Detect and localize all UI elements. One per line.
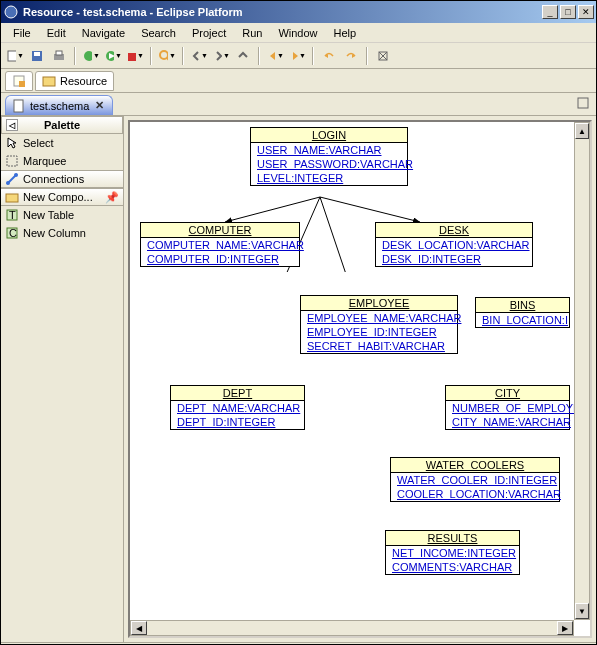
menu-search[interactable]: Search: [133, 25, 184, 41]
table-watercoolers[interactable]: WATER_COOLERS WATER_COOLER_ID:INTEGER CO…: [390, 457, 560, 502]
menu-window[interactable]: Window: [270, 25, 325, 41]
toolbar-separator: [74, 47, 76, 65]
palette-title: Palette: [44, 119, 80, 131]
maximize-editor-icon[interactable]: [576, 96, 590, 110]
table-column[interactable]: EMPLOYEE_NAME:VARCHAR: [301, 311, 457, 325]
print-icon[interactable]: [49, 46, 69, 66]
collapse-palette-icon[interactable]: ◁: [6, 119, 18, 131]
scroll-right-icon[interactable]: ▶: [557, 621, 573, 635]
table-column[interactable]: SECRET_HABIT:VARCHAR: [301, 339, 457, 353]
table-column[interactable]: COMPUTER_NAME:VARCHAR: [141, 238, 299, 252]
palette-select-tool[interactable]: Select: [1, 134, 123, 152]
table-column[interactable]: DEPT_ID:INTEGER: [171, 415, 304, 429]
svg-rect-19: [43, 77, 55, 86]
menu-help[interactable]: Help: [326, 25, 365, 41]
svg-point-25: [14, 173, 18, 177]
palette-marquee-tool[interactable]: Marquee: [1, 152, 123, 170]
table-header: BINS: [476, 298, 569, 313]
svg-rect-9: [128, 53, 136, 61]
table-column[interactable]: USER_PASSWORD:VARCHAR: [251, 157, 407, 171]
table-column[interactable]: DESK_ID:INTEGER: [376, 252, 532, 266]
pin-icon[interactable]: [373, 46, 393, 66]
palette-newcompo-section[interactable]: New Compo... 📌: [1, 188, 123, 206]
table-header: RESULTS: [386, 531, 519, 546]
table-column[interactable]: COMMENTS:VARCHAR: [386, 560, 519, 574]
save-icon[interactable]: [27, 46, 47, 66]
horizontal-scrollbar[interactable]: ◀ ▶: [130, 620, 574, 636]
close-tab-icon[interactable]: ✕: [95, 99, 104, 112]
table-city[interactable]: CITY NUMBER_OF_EMPLOYE CITY_NAME:VARCHAR: [445, 385, 570, 430]
menu-project[interactable]: Project: [184, 25, 234, 41]
run-icon[interactable]: ▼: [103, 46, 123, 66]
toolbar-separator: [366, 47, 368, 65]
schema-canvas[interactable]: LOGIN USER_NAME:VARCHAR USER_PASSWORD:VA…: [128, 120, 592, 638]
marquee-icon: [5, 154, 19, 168]
palette-newcolumn-tool[interactable]: C New Column: [1, 224, 123, 242]
table-desk[interactable]: DESK DESK_LOCATION:VARCHAR DESK_ID:INTEG…: [375, 222, 533, 267]
vertical-scrollbar[interactable]: ▲ ▼: [574, 122, 590, 620]
menu-file[interactable]: File: [5, 25, 39, 41]
perspective-bar: Resource: [1, 69, 596, 93]
menu-run[interactable]: Run: [234, 25, 270, 41]
pin-icon[interactable]: 📌: [105, 191, 119, 204]
minimize-button[interactable]: _: [542, 5, 558, 19]
table-header: WATER_COOLERS: [391, 458, 559, 473]
external-icon[interactable]: ▼: [125, 46, 145, 66]
nav-up-icon[interactable]: [233, 46, 253, 66]
table-column[interactable]: CITY_NAME:VARCHAR: [446, 415, 569, 429]
perspective-resource[interactable]: Resource: [35, 71, 114, 91]
file-icon: [12, 99, 26, 113]
table-column[interactable]: USER_NAME:VARCHAR: [251, 143, 407, 157]
undo-icon[interactable]: [319, 46, 339, 66]
table-column[interactable]: NUMBER_OF_EMPLOYE: [446, 401, 569, 415]
table-column[interactable]: DESK_LOCATION:VARCHAR: [376, 238, 532, 252]
table-column[interactable]: DEPT_NAME:VARCHAR: [171, 401, 304, 415]
column-icon: C: [5, 226, 19, 240]
menu-navigate[interactable]: Navigate: [74, 25, 133, 41]
table-column[interactable]: COMPUTER_ID:INTEGER: [141, 252, 299, 266]
table-column[interactable]: LEVEL:INTEGER: [251, 171, 407, 185]
table-column[interactable]: NET_INCOME:INTEGER: [386, 546, 519, 560]
debug-icon[interactable]: ▼: [81, 46, 101, 66]
svg-point-6: [84, 51, 92, 61]
svg-line-33: [320, 197, 352, 272]
table-header: DEPT: [171, 386, 304, 401]
svg-point-24: [6, 181, 10, 185]
new-icon[interactable]: ▼: [5, 46, 25, 66]
palette-label: Select: [23, 137, 54, 149]
table-column[interactable]: EMPLOYEE_ID:INTEGER: [301, 325, 457, 339]
table-employee[interactable]: EMPLOYEE EMPLOYEE_NAME:VARCHAR EMPLOYEE_…: [300, 295, 458, 354]
editor-tab-active[interactable]: test.schema ✕: [5, 95, 113, 115]
maximize-button[interactable]: □: [560, 5, 576, 19]
table-column[interactable]: COOLER_LOCATION:VARCHAR: [391, 487, 559, 501]
table-login[interactable]: LOGIN USER_NAME:VARCHAR USER_PASSWORD:VA…: [250, 127, 408, 186]
table-header: CITY: [446, 386, 569, 401]
main-toolbar: ▼ ▼ ▼ ▼ ▼ ▼ ▼ ▼ ▼: [1, 43, 596, 69]
scroll-left-icon[interactable]: ◀: [131, 621, 147, 635]
window-title: Resource - test.schema - Eclipse Platfor…: [23, 6, 540, 18]
table-column[interactable]: BIN_LOCATION:I: [476, 313, 569, 327]
scroll-up-icon[interactable]: ▲: [575, 123, 589, 139]
svg-line-11: [167, 58, 168, 61]
redo-icon[interactable]: [341, 46, 361, 66]
table-computer[interactable]: COMPUTER COMPUTER_NAME:VARCHAR COMPUTER_…: [140, 222, 300, 267]
scroll-down-icon[interactable]: ▼: [575, 603, 589, 619]
palette-newtable-tool[interactable]: T New Table: [1, 206, 123, 224]
table-column[interactable]: WATER_COOLER_ID:INTEGER: [391, 473, 559, 487]
forward-icon[interactable]: ▼: [287, 46, 307, 66]
open-perspective-button[interactable]: [5, 71, 33, 91]
editor-tab-bar: test.schema ✕: [1, 93, 596, 115]
nav-prev-icon[interactable]: ▼: [189, 46, 209, 66]
search-icon[interactable]: ▼: [157, 46, 177, 66]
table-bins[interactable]: BINS BIN_LOCATION:I: [475, 297, 570, 328]
menu-edit[interactable]: Edit: [39, 25, 74, 41]
palette-connections-tool[interactable]: Connections: [1, 170, 123, 188]
nav-next-icon[interactable]: ▼: [211, 46, 231, 66]
table-dept[interactable]: DEPT DEPT_NAME:VARCHAR DEPT_ID:INTEGER: [170, 385, 305, 430]
close-button[interactable]: ✕: [578, 5, 594, 19]
svg-line-32: [320, 197, 420, 222]
table-results[interactable]: RESULTS NET_INCOME:INTEGER COMMENTS:VARC…: [385, 530, 520, 575]
editor-tab-label: test.schema: [30, 100, 89, 112]
back-icon[interactable]: ▼: [265, 46, 285, 66]
toolbar-separator: [150, 47, 152, 65]
